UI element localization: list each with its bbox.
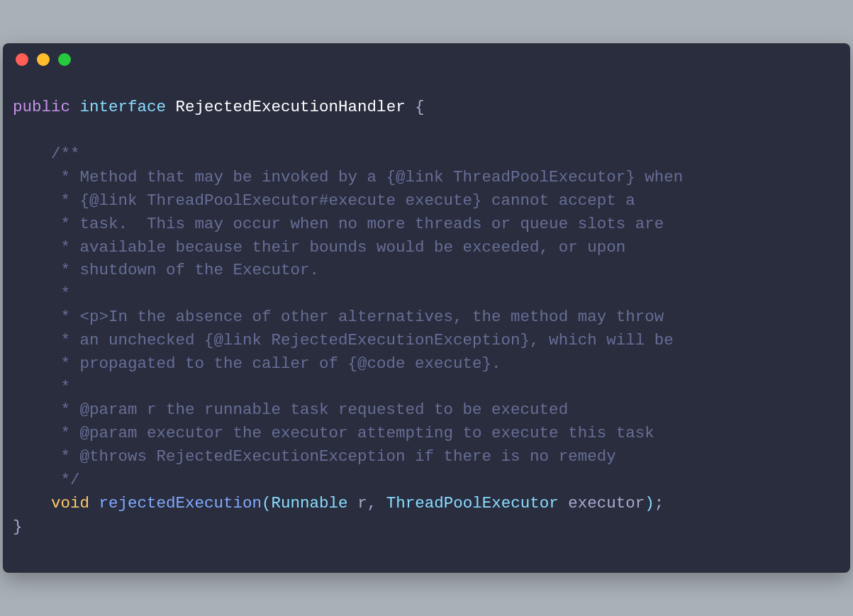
javadoc-line: * Method that may be invoked by a {@link…	[13, 168, 683, 186]
javadoc-line: */	[13, 471, 80, 489]
type-runnable: Runnable	[272, 494, 348, 513]
javadoc-line: * an unchecked {@link RejectedExecutionE…	[13, 331, 674, 349]
keyword-void: void	[51, 494, 89, 513]
method-name: rejectedExecution	[99, 494, 262, 513]
param-r: r	[357, 494, 367, 513]
javadoc-line: /**	[13, 145, 80, 163]
maximize-icon[interactable]	[58, 53, 71, 66]
javadoc-line: *	[13, 284, 70, 303]
keyword-interface: interface	[80, 98, 167, 116]
semicolon: ;	[654, 494, 664, 513]
param-executor: executor	[568, 494, 645, 513]
comma: ,	[367, 494, 377, 513]
javadoc-line: * shutdown of the Executor.	[13, 261, 319, 279]
close-icon[interactable]	[16, 53, 28, 66]
open-brace: {	[415, 98, 425, 116]
javadoc-line: * @param r the runnable task requested t…	[13, 401, 568, 419]
javadoc-line: * available because their bounds would b…	[13, 238, 625, 257]
javadoc-line: * {@link ThreadPoolExecutor#execute exec…	[13, 191, 635, 210]
javadoc-line: * propagated to the caller of {@code exe…	[13, 354, 501, 373]
keyword-public: public	[13, 98, 70, 116]
code-editor[interactable]: public interface RejectedExecutionHandle…	[3, 76, 850, 572]
close-brace: }	[13, 517, 23, 536]
javadoc-line: * <p>In the absence of other alternative…	[13, 308, 664, 326]
type-threadpoolexecutor: ThreadPoolExecutor	[386, 494, 559, 513]
paren-open: (	[262, 494, 272, 513]
javadoc-line: * task. This may occur when no more thre…	[13, 215, 664, 233]
class-name: RejectedExecutionHandler	[176, 98, 406, 116]
minimize-icon[interactable]	[37, 53, 50, 66]
javadoc-line: * @throws RejectedExecutionException if …	[13, 447, 616, 466]
code-window: public interface RejectedExecutionHandle…	[3, 43, 850, 572]
indent	[13, 494, 51, 513]
titlebar	[3, 43, 850, 76]
javadoc-line: *	[13, 378, 70, 396]
paren-close: )	[645, 494, 654, 513]
javadoc-line: * @param executor the executor attemptin…	[13, 424, 654, 442]
